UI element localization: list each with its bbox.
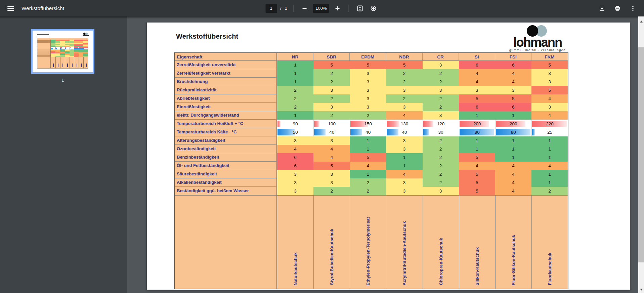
temperature-value: 220	[532, 120, 568, 128]
menu-button[interactable]	[7, 6, 14, 11]
fit-page-button[interactable]	[355, 3, 365, 13]
rating-cell: 3	[423, 111, 459, 120]
material-name-label: Fluor-Silikon-Kautschuk	[511, 235, 516, 285]
rating-cell: 3	[423, 86, 459, 94]
rating-cell: 1	[350, 145, 386, 153]
rating-cell: 3	[531, 78, 568, 86]
print-button[interactable]	[612, 3, 622, 13]
mini-bottom-row	[37, 57, 88, 68]
scroll-down-button[interactable]	[638, 287, 644, 292]
more-options-button[interactable]	[628, 3, 638, 13]
rating-cell: 3	[386, 136, 422, 145]
rotate-counterclockwise-icon	[370, 5, 377, 12]
rating-cell: 1	[495, 145, 531, 153]
header-cell-material: FSI	[495, 53, 531, 61]
mini-vertical-text	[53, 64, 54, 67]
property-label: Zerreißfestigkeit verstärkt	[175, 69, 277, 78]
mini-document-heading	[37, 34, 49, 35]
rating-cell: 2	[313, 94, 350, 103]
header-cell-material: SI	[459, 53, 495, 61]
print-icon	[614, 5, 621, 12]
download-button[interactable]	[597, 3, 607, 13]
viewer-content: 1 Werkstoffübersicht lohmann gummi - met…	[0, 16, 644, 293]
rating-cell: 5	[313, 162, 350, 170]
toolbar-divider	[293, 5, 294, 12]
material-name-label: Chloropren-Kautschuk	[438, 238, 443, 285]
temperature-bar-cell: 200	[459, 120, 495, 128]
document-heading: Werkstoffübersicht	[176, 33, 239, 40]
rating-cell: 4	[495, 187, 531, 195]
zoom-level-input[interactable]: 100%	[313, 4, 329, 13]
rating-cell: 6	[459, 61, 495, 69]
header-cell-material: SBR	[313, 53, 350, 61]
temperature-bar-cell: 120	[423, 120, 459, 128]
rating-cell: 4	[495, 170, 531, 178]
rating-cell: 2	[423, 136, 459, 145]
rating-cell: 6	[277, 162, 313, 170]
rating-cell: 1	[459, 136, 495, 145]
temperature-bar-cell: 130	[386, 120, 422, 128]
mini-logo	[83, 33, 89, 36]
page-number-input[interactable]: 1	[265, 4, 277, 13]
rating-cell: 3	[386, 178, 422, 187]
rating-cell: 2	[350, 187, 386, 195]
property-label: Säurebeständigkeit	[175, 170, 277, 178]
zoom-out-button[interactable]	[300, 3, 310, 13]
rating-cell: 5	[350, 153, 386, 162]
zoom-in-button[interactable]	[333, 3, 343, 13]
rating-cell: 2	[386, 94, 422, 103]
rating-cell: 3	[386, 187, 422, 195]
rating-cell: 3	[350, 86, 386, 94]
rating-cell: 3	[350, 78, 386, 86]
header-cell-property: Eigenschaft	[175, 53, 277, 61]
rating-cell: 5	[459, 187, 495, 195]
rotate-button[interactable]	[369, 3, 379, 13]
pdf-page: Werkstoffübersicht lohmann gummi - metal…	[147, 23, 630, 290]
rating-cell: 3	[495, 86, 531, 94]
rating-cell: 2	[423, 153, 459, 162]
page-separator: /	[280, 6, 282, 11]
rating-cell: 5	[459, 94, 495, 103]
mini-material-column	[79, 57, 83, 68]
rating-cell: 6	[459, 103, 495, 111]
material-name-label: Styrol-Butadien-Kautschuk	[329, 229, 334, 285]
company-logo: lohmann gummi - metall - verbindungen	[509, 25, 566, 52]
scrollbar-thumb[interactable]	[638, 47, 644, 262]
rating-cell: 2	[423, 178, 459, 187]
rating-cell: 4	[277, 145, 313, 153]
rating-cell: 1	[531, 145, 568, 153]
material-name-cell: Acrylnitril-Butadien-Kautschuk	[386, 195, 422, 289]
rating-cell: 4	[531, 94, 568, 103]
property-label: Benzinbeständigkeit	[175, 153, 277, 162]
scroll-up-button[interactable]	[638, 18, 644, 24]
material-name-label: Naturkautschuk	[293, 252, 298, 285]
temperature-bar-cell: 90	[277, 120, 313, 128]
rating-cell: 1	[531, 136, 568, 145]
temperature-value: 50	[277, 128, 313, 136]
rating-cell: 5	[459, 153, 495, 162]
rating-cell: 3	[277, 178, 313, 187]
temperature-bar-cell: 80	[459, 128, 495, 136]
rating-cell: 1	[495, 153, 531, 162]
rating-cell: 2	[531, 187, 568, 195]
header-cell-material: EPDM	[350, 53, 386, 61]
temperature-value: 120	[423, 120, 459, 128]
thumbnail-page-number: 1	[31, 78, 94, 83]
temperature-value: 40	[314, 128, 350, 136]
property-label: Bruchdehnung	[175, 78, 277, 86]
rating-cell: 2	[423, 69, 459, 78]
page-count-label: 1	[285, 6, 287, 11]
rating-cell: 3	[423, 61, 459, 69]
rating-cell: 1	[495, 136, 531, 145]
rating-cell: 3	[313, 86, 350, 94]
property-label: Ozonbeständigkeit	[175, 145, 277, 153]
rating-cell: 1	[531, 178, 568, 187]
thumbnail-sidebar: 1	[0, 16, 127, 293]
logo-wordmark: lohmann	[509, 37, 566, 48]
rating-cell: 5	[313, 61, 350, 69]
rating-cell: 3	[531, 69, 568, 78]
rating-cell: 2	[350, 178, 386, 187]
page-thumbnail[interactable]	[31, 29, 94, 74]
rating-cell: 1	[386, 153, 422, 162]
material-name-label: Ethylen-Propylen-Terpolymerisat	[366, 217, 371, 285]
